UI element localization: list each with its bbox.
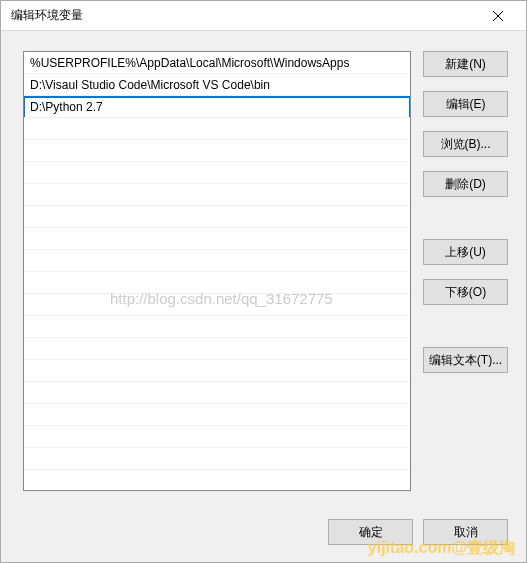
list-item-empty[interactable] (24, 228, 410, 250)
list-item-empty[interactable] (24, 448, 410, 470)
path-listbox[interactable]: %USERPROFILE%\AppData\Local\Microsoft\Wi… (23, 51, 411, 491)
list-item-empty[interactable] (24, 118, 410, 140)
button-sidebar: 新建(N) 编辑(E) 浏览(B)... 删除(D) 上移(U) 下移(O) 编… (423, 51, 508, 506)
close-button[interactable] (478, 1, 518, 31)
list-item[interactable]: D:\Visaul Studio Code\Microsoft VS Code\… (24, 74, 410, 96)
list-item-empty[interactable] (24, 404, 410, 426)
list-item-empty[interactable] (24, 206, 410, 228)
list-item-empty[interactable] (24, 140, 410, 162)
move-up-button[interactable]: 上移(U) (423, 239, 508, 265)
cancel-button[interactable]: 取消 (423, 519, 508, 545)
footer: 确定 取消 (1, 514, 526, 562)
close-icon (493, 11, 503, 21)
list-item-editing[interactable] (24, 96, 410, 118)
list-item-empty[interactable] (24, 272, 410, 294)
list-item[interactable]: %USERPROFILE%\AppData\Local\Microsoft\Wi… (24, 52, 410, 74)
list-item-empty[interactable] (24, 360, 410, 382)
list-item-empty[interactable] (24, 250, 410, 272)
titlebar: 编辑环境变量 (1, 1, 526, 31)
list-item-empty[interactable] (24, 338, 410, 360)
path-edit-input[interactable] (25, 98, 409, 117)
browse-button[interactable]: 浏览(B)... (423, 131, 508, 157)
env-var-dialog: 编辑环境变量 %USERPROFILE%\AppData\Local\Micro… (0, 0, 527, 563)
list-item-empty[interactable] (24, 294, 410, 316)
edit-button[interactable]: 编辑(E) (423, 91, 508, 117)
list-item-empty[interactable] (24, 184, 410, 206)
list-item-empty[interactable] (24, 316, 410, 338)
content-area: %USERPROFILE%\AppData\Local\Microsoft\Wi… (1, 31, 526, 514)
list-item-empty[interactable] (24, 162, 410, 184)
dialog-title: 编辑环境变量 (11, 7, 478, 24)
list-item-empty[interactable] (24, 426, 410, 448)
list-item-empty[interactable] (24, 382, 410, 404)
ok-button[interactable]: 确定 (328, 519, 413, 545)
new-button[interactable]: 新建(N) (423, 51, 508, 77)
delete-button[interactable]: 删除(D) (423, 171, 508, 197)
edit-text-button[interactable]: 编辑文本(T)... (423, 347, 508, 373)
move-down-button[interactable]: 下移(O) (423, 279, 508, 305)
list-item-empty[interactable] (24, 470, 410, 491)
